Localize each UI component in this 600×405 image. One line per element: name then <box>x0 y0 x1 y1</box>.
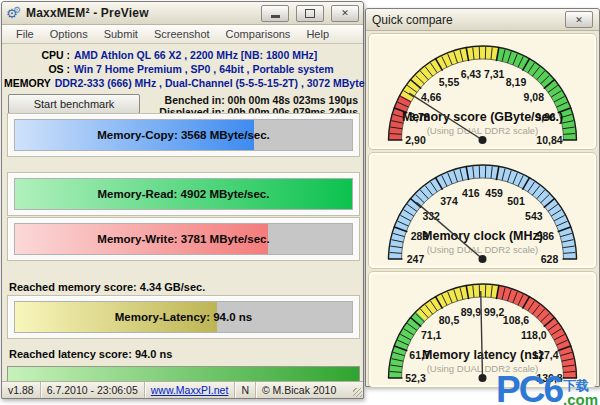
gauge-scale-label: 80,5 <box>439 314 460 326</box>
memory-copy-track: Memory-Copy: 3568 MByte/sec. <box>14 119 353 151</box>
maximize-icon <box>305 9 315 18</box>
memory-read-bar: Memory-Read: 4902 MByte/sec. <box>7 172 360 216</box>
n-indicator: N <box>235 382 256 398</box>
window-title: MaxxMEM² - PreView <box>26 6 254 20</box>
gauge-title: Memory score (GByte/sec.) <box>402 110 563 124</box>
gauge-scale-label: 247 <box>407 253 425 265</box>
quick-compare-body: 2,903,784,665,556,437,318,199,089,9610,8… <box>366 31 599 392</box>
gauge-scale-label: 459 <box>485 187 503 199</box>
menu-help[interactable]: Help <box>298 25 337 43</box>
gauge-scale-label: 628 <box>541 253 559 265</box>
menu-bar: File Options Submit Screenshot Compariso… <box>2 25 363 44</box>
memory-read-label: Memory-Read: 4902 MByte/sec. <box>15 179 352 209</box>
pc6-logo: PC6 <box>496 373 562 405</box>
cpu-value: AMD Athlon QL 66 X2 , 2200 MHz [NB: 1800… <box>70 48 317 62</box>
gauge-scale-label: 99,2 <box>484 306 505 318</box>
os-row: OS : Win 7 Home Premium , SP0 , 64bit , … <box>4 62 357 76</box>
minimize-icon <box>271 15 280 18</box>
gauge-scale-label: 7,31 <box>484 68 505 80</box>
gauge-subtitle: (Using DUAL DDR2 scale) <box>427 244 539 255</box>
pc6-com-text: .com <box>563 392 598 405</box>
status-bar: v1.88 6.7.2010 - 23:06:05 www.MaxxPI.net… <box>2 381 363 398</box>
close-icon: ✕ <box>341 8 349 18</box>
gauge-scale-label: 374 <box>440 195 458 207</box>
datetime-label: 6.7.2010 - 23:06:05 <box>41 382 145 398</box>
gauge-title: Memory clock (MHz) <box>422 229 543 243</box>
os-label: OS : <box>4 62 70 76</box>
gauge-scale-label: 6,43 <box>461 68 482 80</box>
gauge-scale-label: 5,55 <box>439 76 460 88</box>
memory-latency-label: Memory-Latency: 94.0 ns <box>15 302 352 332</box>
gauge-scale-label: 89,9 <box>461 306 482 318</box>
overall-progress-fill <box>8 367 359 381</box>
gauge-scale-label: 8,19 <box>506 76 527 88</box>
memory-latency-track: Memory-Latency: 94.0 ns <box>14 301 353 333</box>
minimize-button[interactable] <box>261 5 289 22</box>
cpu-row: CPU : AMD Athlon QL 66 X2 , 2200 MHz [NB… <box>4 48 357 62</box>
resize-grip-icon[interactable] <box>353 388 362 397</box>
app-gears-icon: ⚙⚙ <box>6 7 22 20</box>
gauge-scale-label: 71,1 <box>421 329 442 341</box>
close-button[interactable]: ✕ <box>331 5 359 22</box>
quick-compare-window: Quick compare ✕ 2,903,784,665,556,437,31… <box>365 8 600 387</box>
menu-comparisons[interactable]: Comparisons <box>218 25 299 43</box>
gauge-scale-label: 4,66 <box>421 91 442 103</box>
copyright-label: © M.Bicak 2010 <box>256 382 363 398</box>
memory-latency-panel: 52,361,771,180,589,999,2108,6118,0127,41… <box>368 271 597 388</box>
gauge-scale-label: 118,0 <box>521 329 547 341</box>
gauge-scale-label: 501 <box>507 195 525 207</box>
memory-write-label: Memory-Write: 3781 MByte/sec. <box>15 224 352 254</box>
memory-clock-panel: 247289332374416459501543586628Memory clo… <box>368 152 597 269</box>
memory-score-panel: 2,903,784,665,556,437,318,199,089,9610,8… <box>368 33 597 150</box>
benched-in: Benched in: 00h 00m 48s 023ms 190µs <box>159 94 358 106</box>
gauge-scale-label: 2,90 <box>405 134 426 146</box>
pc6-watermark: PC6 下载 .com <box>496 373 598 405</box>
memory-write-bar: Memory-Write: 3781 MByte/sec. <box>7 217 360 261</box>
gauge-scale-label: 9,08 <box>524 91 545 103</box>
quick-compare-title-bar[interactable]: Quick compare ✕ <box>366 9 599 31</box>
gauge-scale-label: 108,6 <box>503 314 529 326</box>
title-bar[interactable]: ⚙⚙ MaxxMEM² - PreView ✕ <box>2 2 363 25</box>
gauge-pivot <box>479 136 487 144</box>
maximize-button[interactable] <box>296 5 324 22</box>
menu-submit[interactable]: Submit <box>96 25 146 43</box>
gauge-pivot <box>479 374 487 382</box>
gauge-pivot <box>479 255 487 263</box>
maxxpi-link[interactable]: www.MaxxPI.net <box>151 384 229 396</box>
version-label: v1.88 <box>2 382 41 398</box>
reached-memory-score: Reached memory score: 4.34 GB/sec. <box>9 281 205 293</box>
memory-write-track: Memory-Write: 3781 MByte/sec. <box>14 223 353 255</box>
reached-latency-score: Reached latency score: 94.0 ns <box>9 348 172 360</box>
menu-screenshot[interactable]: Screenshot <box>146 25 218 43</box>
overall-progress-bar <box>7 366 360 382</box>
memory-copy-label: Memory-Copy: 3568 MByte/sec. <box>15 120 352 150</box>
gauge-scale-label: 10,84 <box>536 134 562 146</box>
gauge-scale-label: 52,3 <box>405 372 426 384</box>
menu-options[interactable]: Options <box>42 25 96 43</box>
gauge-scale-label: 416 <box>462 187 480 199</box>
menu-file[interactable]: File <box>8 25 42 43</box>
memory-score-gauge: 2,903,784,665,556,437,318,199,089,9610,8… <box>369 38 596 149</box>
memory-read-track: Memory-Read: 4902 MByte/sec. <box>14 178 353 210</box>
quick-compare-close-button[interactable]: ✕ <box>565 11 593 28</box>
start-benchmark-button[interactable]: Start benchmark <box>8 94 140 114</box>
memory-copy-bar: Memory-Copy: 3568 MByte/sec. <box>7 113 360 157</box>
os-value: Win 7 Home Premium , SP0 , 64bit , Porta… <box>70 62 334 76</box>
memory-clock-gauge: 247289332374416459501543586628Memory clo… <box>369 157 596 268</box>
gauge-subtitle: (Using DUAL DDR2 scale) <box>427 125 539 136</box>
memory-latency-bar: Memory-Latency: 94.0 ns <box>7 295 360 339</box>
maxxmem-window: ⚙⚙ MaxxMEM² - PreView ✕ File Options Sub… <box>1 1 364 399</box>
gauge-scale-label: 543 <box>525 210 543 222</box>
quick-compare-title: Quick compare <box>372 13 562 27</box>
cpu-label: CPU : <box>4 48 70 62</box>
close-icon: ✕ <box>575 15 583 25</box>
